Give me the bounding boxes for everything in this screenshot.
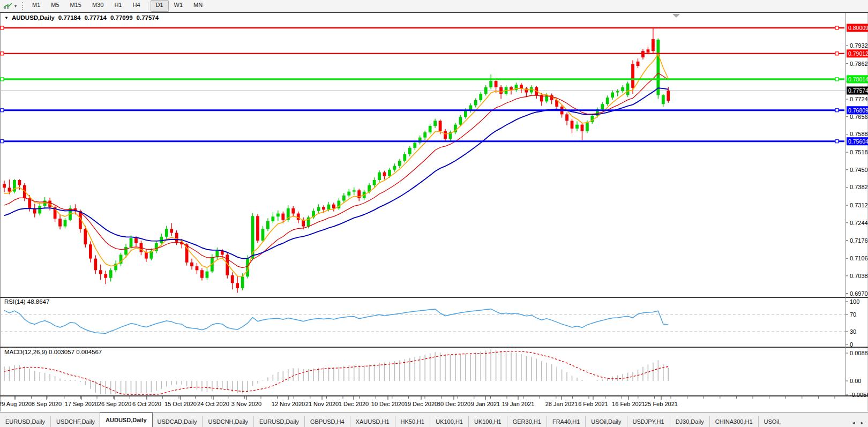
tab-china300-h1[interactable]: CHINA300,H1 (709, 416, 758, 427)
level-price-label-text: 0.80009 (848, 25, 868, 31)
candlestick (662, 95, 665, 104)
window-left-border (0, 13, 1, 411)
line-handle[interactable] (835, 26, 839, 29)
date-label: 29 Aug 2020 (0, 401, 32, 407)
candlestick (647, 49, 650, 53)
panel-separator (0, 395, 868, 396)
tab-scroll-right-button[interactable]: ▸ (858, 418, 866, 427)
rsi-tick-label: 30 (850, 328, 856, 335)
tab-usdchf-daily[interactable]: USDCHF,Daily (50, 416, 100, 427)
timeframe-button-m5[interactable]: M5 (46, 0, 64, 12)
candlestick (474, 100, 477, 106)
date-label: 12 Nov 2020 (272, 401, 305, 407)
candlestick (196, 266, 199, 270)
candlestick (236, 283, 239, 288)
line-handle[interactable] (835, 140, 839, 143)
candlestick (145, 252, 148, 259)
timeframe-button-d1[interactable]: D1 (151, 0, 169, 12)
candlestick (601, 104, 604, 109)
tab-ger30-h1[interactable]: GER30,H1 (507, 416, 547, 427)
chart-tab-bar: EURUSD,DailyUSDCHF,DailyAUDUSD,DailyUSDC… (0, 412, 868, 427)
price-tick-label: 0.70380 (850, 273, 868, 279)
macd-tick-label: -0.00565 (850, 392, 868, 398)
candlestick (464, 110, 467, 117)
candlestick (459, 117, 462, 124)
date-label: 3 Nov 2020 (231, 401, 261, 407)
candlestick (297, 214, 300, 220)
candlestick (342, 196, 346, 201)
candlestick (565, 114, 568, 121)
tab-xauusd-h1[interactable]: XAUUSD,H1 (350, 416, 395, 427)
date-label: 19 Jan 2021 (502, 401, 535, 407)
line-handle[interactable] (1, 140, 4, 143)
timeframe-toolbar: ▾ M1M5M15M30H1H4D1W1MN (0, 0, 868, 12)
price-tick-label: 0.76560 (850, 114, 868, 120)
toolbar-grip[interactable] (22, 2, 23, 10)
date-label: 19 Dec 2020 (405, 401, 438, 407)
candlestick (124, 247, 128, 254)
line-handle[interactable] (835, 109, 839, 112)
candlestick (408, 148, 411, 154)
tab-usdjpy-h1[interactable]: USDJPY,H1 (627, 416, 670, 427)
timeframe-button-h1[interactable]: H1 (109, 0, 127, 12)
candlestick (388, 170, 391, 176)
tab-gbpusd-h4[interactable]: GBPUSD,H4 (304, 416, 350, 427)
chart-canvas[interactable]: 0.793200.786200.779400.772400.765600.758… (0, 0, 868, 412)
candlestick (206, 272, 209, 278)
tab-usoil-daily[interactable]: USOil,Daily (585, 416, 626, 427)
macd-indicator-label: MACD(12,26,9) 0.003057 0.004567 (4, 349, 102, 355)
line-handle[interactable] (835, 52, 839, 55)
rsi-tick-label: 100 (850, 298, 859, 305)
date-label: 28 Jan 2021 (545, 401, 578, 407)
timeframe-button-w1[interactable]: W1 (169, 0, 189, 12)
candlestick (626, 84, 630, 95)
timeframe-button-m30[interactable]: M30 (87, 0, 109, 12)
tab-audusd-daily[interactable]: AUDUSD,Daily (100, 413, 152, 427)
macd-tick-label: 0.00 (850, 378, 861, 384)
candlestick (276, 214, 280, 217)
timeframe-button-h4[interactable]: H4 (127, 0, 145, 12)
tab-eurusd-daily[interactable]: EURUSD,Daily (0, 416, 50, 427)
level-price-label-text: 0.78014 (848, 76, 868, 83)
chart-tools-button[interactable]: ▾ (0, 0, 20, 12)
level-price-label-text: 0.79012 (848, 50, 868, 57)
tab-hk50-h1[interactable]: HK50,H1 (395, 416, 430, 427)
tab-scroll-left-button[interactable]: ◂ (849, 418, 858, 427)
line-handle[interactable] (1, 78, 4, 81)
symbol-dropdown-icon[interactable]: ▼ (4, 16, 9, 20)
tab-usdcnh-daily[interactable]: USDCNH,Daily (202, 416, 253, 427)
candlestick (130, 238, 133, 247)
line-handle[interactable] (1, 52, 4, 55)
candlestick (641, 51, 645, 57)
candlestick (89, 244, 92, 258)
candlestick (175, 233, 178, 242)
candlestick (327, 205, 331, 210)
candlestick (347, 192, 350, 196)
timeframe-button-mn[interactable]: MN (188, 0, 208, 12)
tab-eurusd-daily[interactable]: EURUSD,Daily (253, 416, 304, 427)
date-label: 8 Sep 2020 (32, 401, 62, 407)
candlestick (38, 206, 41, 213)
timeframe-button-m1[interactable]: M1 (27, 0, 46, 12)
price-tick-label: 0.75880 (850, 131, 868, 137)
tab-uk100-h1[interactable]: UK100,H1 (468, 416, 507, 427)
tab-dj30-daily[interactable]: DJ30,Daily (670, 416, 709, 427)
line-handle[interactable] (835, 78, 839, 81)
date-label: 6 Oct 2020 (132, 401, 161, 407)
macd-tick-label: 0.00884 (850, 350, 868, 356)
tab-usdcad-daily[interactable]: USDCAD,Daily (152, 416, 203, 427)
candlestick (652, 39, 655, 51)
tab-fra40-h1[interactable]: FRA40,H1 (547, 416, 585, 427)
chart-line-icon (3, 2, 13, 10)
line-handle[interactable] (1, 109, 4, 112)
tab-usoil[interactable]: USOil, (758, 416, 787, 427)
timeframe-button-m15[interactable]: M15 (65, 0, 87, 12)
candlestick (433, 121, 437, 126)
candlestick (423, 132, 426, 138)
date-label: 24 Oct 2020 (197, 401, 229, 407)
candlestick (200, 270, 204, 278)
candlestick (160, 237, 163, 243)
tab-uk100-h1[interactable]: UK100,H1 (430, 416, 468, 427)
candlestick (64, 220, 67, 227)
line-handle[interactable] (1, 26, 4, 29)
